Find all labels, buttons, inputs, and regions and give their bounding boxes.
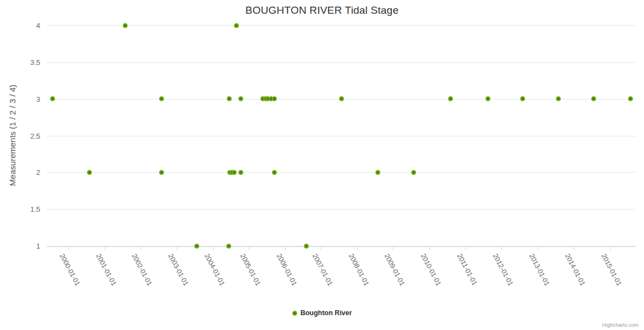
x-axis-tick-label: 2007-01-01 [311, 252, 334, 287]
x-axis-tick [140, 247, 141, 250]
data-point[interactable] [226, 244, 231, 249]
data-point[interactable] [520, 96, 525, 101]
x-axis-tick-label: 2011-01-01 [456, 252, 479, 287]
data-point[interactable] [232, 170, 237, 175]
x-axis-tick [68, 247, 69, 250]
data-point[interactable] [238, 96, 243, 101]
x-axis-tick [574, 247, 574, 250]
x-axis-tick-label: 2004-01-01 [203, 252, 226, 287]
x-axis-tick-label: 2003-01-01 [167, 252, 190, 287]
data-point[interactable] [194, 244, 199, 249]
data-point[interactable] [50, 96, 55, 101]
data-point[interactable] [227, 96, 232, 101]
data-point[interactable] [448, 96, 453, 101]
y-axis-tick-label: 2 [0, 169, 40, 176]
y-axis-tick-label: 4 [0, 22, 40, 29]
x-axis-tick-label: 2010-01-01 [419, 252, 443, 287]
x-axis-tick-label: 2014-01-01 [564, 252, 587, 287]
y-gridline [47, 62, 636, 63]
credits-link[interactable]: Highcharts.com [602, 322, 638, 328]
x-axis-tick-label: 2015-01-01 [600, 252, 623, 287]
x-axis-tick-label: 2008-01-01 [347, 252, 370, 287]
y-axis-tick-label: 3.5 [0, 59, 40, 66]
data-point[interactable] [159, 170, 164, 175]
data-point[interactable] [159, 96, 164, 101]
x-axis-tick [538, 247, 538, 250]
data-point[interactable] [485, 96, 490, 101]
x-axis-tick [610, 247, 610, 250]
y-axis-tick-label: 2.5 [0, 133, 40, 140]
x-axis-tick-label: 2009-01-01 [383, 252, 406, 287]
data-point[interactable] [339, 96, 344, 101]
y-gridline [47, 209, 636, 210]
y-axis-tick-label: 1.5 [0, 206, 40, 213]
x-axis-tick-label: 2000-01-01 [58, 252, 81, 287]
data-point[interactable] [123, 23, 128, 28]
data-point[interactable] [238, 170, 243, 175]
legend: Boughton River [0, 309, 644, 317]
x-axis-tick [105, 247, 105, 250]
y-gridline [47, 136, 636, 136]
legend-item-boughton-river[interactable]: Boughton River [292, 309, 352, 317]
data-point[interactable] [272, 170, 277, 175]
x-axis-tick [213, 247, 214, 250]
data-point[interactable] [87, 170, 92, 175]
y-gridline [47, 172, 636, 173]
x-axis-tick [501, 247, 502, 250]
x-axis-tick [466, 247, 466, 250]
data-point[interactable] [272, 96, 277, 101]
x-axis-tick [177, 247, 177, 250]
y-axis-tick-label: 1 [0, 243, 40, 250]
data-point[interactable] [234, 23, 239, 28]
x-axis-tick [393, 247, 394, 250]
y-gridline [47, 25, 636, 26]
x-axis-tick [321, 247, 321, 250]
data-point[interactable] [411, 170, 416, 175]
x-axis-tick-label: 2012-01-01 [492, 252, 515, 287]
y-axis-tick-label: 3 [0, 96, 40, 103]
x-axis-line [47, 246, 636, 247]
data-point[interactable] [628, 96, 633, 101]
data-point[interactable] [556, 96, 561, 101]
x-axis-tick [429, 247, 430, 250]
data-point[interactable] [591, 96, 596, 101]
legend-label: Boughton River [301, 309, 352, 317]
x-axis-tick-label: 2001-01-01 [95, 252, 118, 287]
series-marker-icon [292, 311, 297, 316]
x-axis-tick [285, 247, 286, 250]
x-axis-tick [357, 247, 358, 250]
data-point[interactable] [375, 170, 380, 175]
chart-title: BOUGHTON RIVER Tidal Stage [0, 4, 644, 16]
x-axis-tick-label: 2013-01-01 [528, 252, 551, 287]
x-axis-tick-label: 2005-01-01 [239, 252, 262, 287]
x-axis-tick-label: 2002-01-01 [130, 252, 154, 287]
data-point[interactable] [304, 244, 309, 249]
x-axis-tick [249, 247, 249, 250]
chart-container: BOUGHTON RIVER Tidal Stage Measurements … [0, 0, 644, 330]
x-axis-tick-label: 2006-01-01 [275, 252, 298, 287]
